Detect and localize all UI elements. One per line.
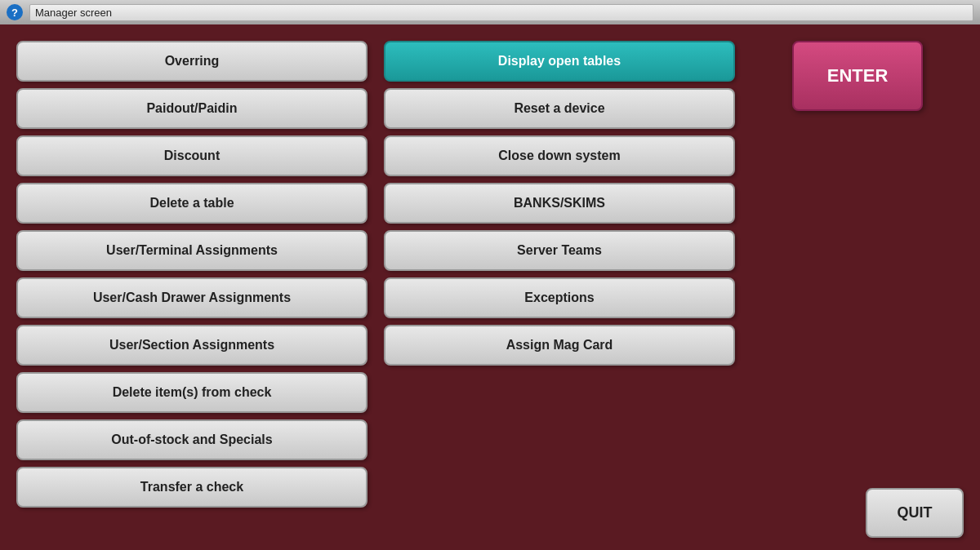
action-column: ENTER bbox=[751, 41, 964, 534]
left-btn-overring[interactable]: Overring bbox=[16, 41, 368, 82]
title-bar-text: Manager screen bbox=[29, 4, 973, 21]
right-btn-reset-device[interactable]: Reset a device bbox=[384, 88, 735, 129]
left-btn-user-terminal-assignments[interactable]: User/Terminal Assignments bbox=[16, 230, 368, 271]
main-content: OverringPaidout/PaidinDiscountDelete a t… bbox=[0, 24, 980, 550]
left-btn-user-cash-drawer-assignments[interactable]: User/Cash Drawer Assignments bbox=[16, 277, 368, 318]
left-btn-discount[interactable]: Discount bbox=[16, 135, 368, 176]
right-btn-banks-skims[interactable]: BANKS/SKIMS bbox=[384, 183, 735, 224]
left-column: OverringPaidout/PaidinDiscountDelete a t… bbox=[16, 41, 368, 534]
title-bar: ? Manager screen bbox=[0, 0, 980, 24]
quit-button[interactable]: QUIT bbox=[866, 488, 964, 538]
left-btn-delete-items-from-check[interactable]: Delete item(s) from check bbox=[16, 372, 368, 413]
help-icon[interactable]: ? bbox=[7, 4, 23, 20]
right-btn-close-down-system[interactable]: Close down system bbox=[384, 135, 735, 176]
right-btn-exceptions[interactable]: Exceptions bbox=[384, 277, 735, 318]
left-btn-transfer-check[interactable]: Transfer a check bbox=[16, 467, 368, 508]
left-btn-user-section-assignments[interactable]: User/Section Assignments bbox=[16, 325, 368, 366]
right-btn-display-open-tables[interactable]: Display open tables bbox=[384, 41, 735, 82]
right-btn-server-teams[interactable]: Server Teams bbox=[384, 230, 735, 271]
left-btn-paidout-paidin[interactable]: Paidout/Paidin bbox=[16, 88, 368, 129]
enter-button[interactable]: ENTER bbox=[792, 41, 923, 111]
left-btn-delete-table[interactable]: Delete a table bbox=[16, 183, 368, 224]
left-btn-out-of-stock-specials[interactable]: Out-of-stock and Specials bbox=[16, 419, 368, 460]
right-btn-assign-mag-card[interactable]: Assign Mag Card bbox=[384, 325, 735, 366]
right-column: Display open tablesReset a deviceClose d… bbox=[384, 41, 735, 534]
